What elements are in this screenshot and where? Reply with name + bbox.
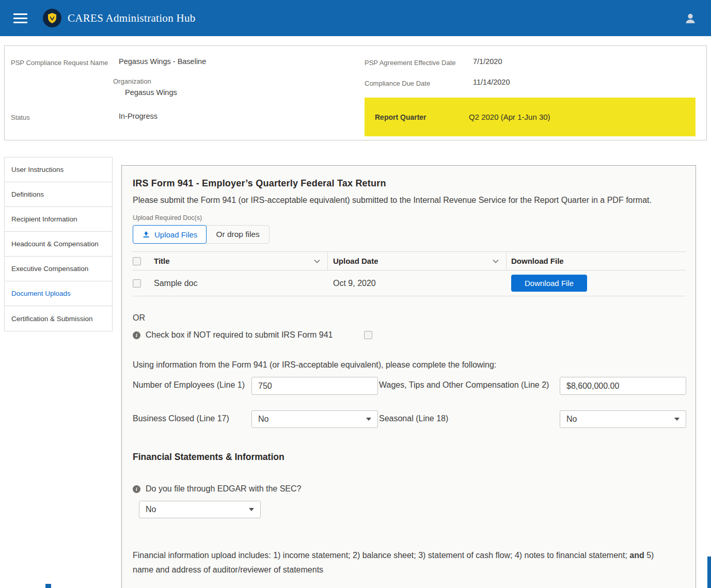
organization-value: Pegasus Wings: [125, 87, 362, 98]
upload-files-label: Upload Files: [154, 230, 197, 239]
business-closed-label: Business Closed (Line 17): [133, 410, 251, 426]
due-date-label: Compliance Due Date: [365, 77, 473, 88]
status-value: In-Progress: [119, 111, 157, 121]
effective-date-label: PSP Agreement Effective Date: [365, 56, 473, 68]
financial-note-prefix: Financial information upload includes: 1…: [133, 551, 629, 560]
sidebar-item-recipient-information[interactable]: Recipient Information: [5, 207, 112, 232]
upload-date-column-label: Upload Date: [333, 257, 378, 265]
organization-label: Organization: [113, 75, 362, 86]
download-file-column-label: Download File: [511, 257, 564, 265]
content-area: User Instructions Definitions Recipient …: [4, 157, 707, 588]
sidebar-item-definitions[interactable]: Definitions: [5, 182, 112, 207]
wages-label: Wages, Tips and Other Compensation (Line…: [378, 377, 560, 392]
user-avatar-icon[interactable]: [683, 11, 698, 25]
financial-note-and: and: [629, 551, 644, 560]
app-title: CARES Administration Hub: [68, 12, 196, 25]
header-checkbox-cell: [133, 257, 154, 265]
not-required-line: i Check box if NOT required to submit IR…: [133, 330, 686, 340]
select-all-checkbox[interactable]: [133, 257, 141, 265]
upload-icon: [142, 230, 150, 239]
table-row: Sample doc Oct 9, 2020 Download File: [133, 271, 686, 296]
chevron-down-icon: [674, 418, 680, 421]
upload-date-column-header: Upload Date: [328, 252, 507, 270]
employees-input[interactable]: [251, 377, 378, 395]
info-icon[interactable]: i: [133, 331, 140, 339]
sidebar-item-user-instructions[interactable]: User Instructions: [5, 157, 112, 182]
uploaded-documents-table: Title Upload Date Download File: [133, 251, 686, 296]
row-upload-date-cell: Oct 9, 2020: [328, 271, 507, 296]
document-upload-date: Oct 9, 2020: [333, 279, 376, 288]
download-file-column-header: Download File: [507, 252, 686, 270]
document-uploads-panel: IRS Form 941 - Employer’s Quarterly Fede…: [121, 165, 696, 588]
sidebar-item-document-uploads[interactable]: Document Uploads: [5, 281, 112, 306]
employees-wages-row: Number of Employees (Line 1) Wages, Tips…: [133, 377, 686, 395]
chevron-down-icon: [249, 508, 254, 511]
drop-files-label: Or drop files: [216, 230, 259, 239]
horizontal-scrollbar-thumb[interactable]: [45, 584, 51, 588]
business-closed-select[interactable]: No: [251, 410, 378, 428]
summary-left-column: PSP Compliance Request Name Pegasus Wing…: [5, 56, 362, 140]
upload-date-column-chevron-down-icon[interactable]: [493, 259, 499, 263]
app-logo-icon: [43, 9, 61, 27]
edgar-question-label: Do you file through EDGAR with the SEC?: [146, 484, 301, 494]
report-quarter-value: Q2 2020 (Apr 1-Jun 30): [469, 113, 550, 121]
effective-date-value: 7/1/2020: [473, 56, 502, 67]
employees-label: Number of Employees (Line 1): [133, 377, 251, 392]
request-name-row: PSP Compliance Request Name Pegasus Wing…: [11, 56, 362, 68]
seasonal-label: Seasonal (Line 18): [378, 410, 560, 426]
title-column-header: Title: [154, 252, 328, 270]
section-nav-sidebar: User Instructions Definitions Recipient …: [4, 157, 113, 331]
request-name-label: PSP Compliance Request Name: [11, 56, 119, 68]
file-upload-control: Upload Files Or drop files: [133, 225, 686, 244]
wages-input[interactable]: [560, 377, 686, 395]
sidebar-item-headcount-compensation[interactable]: Headcount & Compensation: [5, 232, 112, 257]
due-date-value: 11/14/2020: [473, 77, 510, 87]
app-header: CARES Administration Hub: [0, 0, 711, 36]
financial-upload-note: Financial information upload includes: 1…: [133, 548, 672, 577]
upload-files-button[interactable]: Upload Files: [133, 225, 207, 244]
form-941-section-title: IRS Form 941 - Employer’s Quarterly Fede…: [133, 178, 686, 189]
row-download-cell: Download File: [507, 271, 686, 296]
summary-right-column: PSP Agreement Effective Date 7/1/2020 Co…: [362, 56, 696, 140]
due-date-row: Compliance Due Date 11/14/2020: [365, 77, 696, 88]
organization-field: Organization Pegasus Wings: [113, 75, 362, 98]
business-closed-value: No: [258, 415, 268, 424]
table-header-row: Title Upload Date Download File: [133, 251, 686, 271]
financial-statements-title: Financial Statements & Information: [133, 452, 686, 463]
report-quarter-highlight: Report Quarter Q2 2020 (Apr 1-Jun 30): [365, 98, 696, 136]
download-file-button[interactable]: Download File: [511, 275, 587, 292]
row-checkbox-cell: [133, 279, 154, 288]
form-941-instructions: Using information from the Form 941 (or …: [133, 360, 686, 370]
chevron-down-icon: [366, 418, 371, 421]
compliance-summary-card: PSP Compliance Request Name Pegasus Wing…: [4, 45, 707, 140]
document-title: Sample doc: [154, 279, 198, 288]
info-icon[interactable]: i: [133, 485, 140, 493]
status-row: Status In-Progress: [11, 111, 362, 122]
sidebar-item-executive-compensation[interactable]: Executive Compensation: [5, 257, 112, 281]
seasonal-select[interactable]: No: [560, 410, 686, 428]
edgar-select-value: No: [146, 505, 156, 514]
row-checkbox[interactable]: [133, 279, 141, 288]
row-title-cell: Sample doc: [154, 271, 328, 296]
vertical-scrollbar-thumb[interactable]: [707, 557, 711, 588]
closed-seasonal-row: Business Closed (Line 17) No Seasonal (L…: [133, 410, 686, 428]
not-required-label: Check box if NOT required to submit IRS …: [146, 330, 333, 340]
edgar-question-line: i Do you file through EDGAR with the SEC…: [133, 484, 686, 494]
request-name-value: Pegasus Wings - Baseline: [119, 56, 206, 67]
effective-date-row: PSP Agreement Effective Date 7/1/2020: [365, 56, 696, 68]
report-quarter-label: Report Quarter: [365, 113, 469, 121]
status-label: Status: [11, 111, 119, 122]
drop-files-zone[interactable]: Or drop files: [206, 225, 269, 244]
title-column-label: Title: [154, 257, 170, 265]
seasonal-value: No: [566, 415, 577, 424]
page: CARES Administration Hub PSP Compliance …: [0, 0, 711, 588]
or-separator-text: OR: [133, 313, 686, 323]
menu-icon[interactable]: [13, 13, 27, 23]
upload-required-docs-label: Upload Required Doc(s): [133, 214, 686, 221]
sidebar-item-certification-submission[interactable]: Certification & Submission: [5, 306, 112, 331]
title-column-chevron-down-icon[interactable]: [314, 259, 320, 263]
not-required-checkbox[interactable]: [364, 331, 372, 339]
form-941-description: Please submit the Form 941 (or IRS-accep…: [133, 193, 683, 208]
edgar-select[interactable]: No: [139, 501, 261, 518]
